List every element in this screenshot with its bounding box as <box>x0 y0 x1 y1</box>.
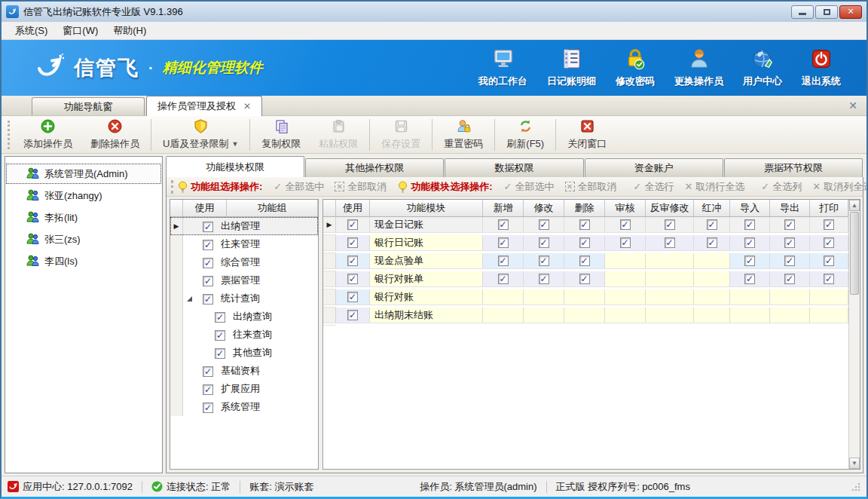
module-perm-cell-6[interactable]: ✓ <box>730 235 770 251</box>
checkbox[interactable]: ✓ <box>203 240 213 250</box>
module-perm-cell-7[interactable]: ✓ <box>770 217 810 233</box>
checkbox[interactable]: ✓ <box>498 219 509 230</box>
module-perm-cell-7[interactable]: ✓ <box>770 271 810 287</box>
tab-inactive-0[interactable]: 功能导航窗 <box>32 97 145 115</box>
module-use-cell[interactable]: ✓ <box>336 271 370 287</box>
module-row-5[interactable]: ✓出纳期末结账 <box>323 308 848 326</box>
dropdown-arrow-icon[interactable]: ▼ <box>231 140 238 148</box>
checkbox[interactable]: ✓ <box>347 237 358 248</box>
module-perm-cell-3[interactable]: ✓ <box>605 235 646 251</box>
module-perm-cell-4[interactable]: ✓ <box>646 235 694 251</box>
scroll-up-icon[interactable]: ▲ <box>849 200 860 211</box>
module-perm-cell-2[interactable]: ✓ <box>564 235 605 251</box>
group-row-3[interactable]: ✓票据管理 <box>170 271 318 289</box>
checkbox[interactable]: ✓ <box>744 256 755 266</box>
checkbox[interactable]: ✓ <box>579 219 590 230</box>
checkbox[interactable]: ✓ <box>824 256 834 266</box>
module-perm-cell-3[interactable]: ✓ <box>605 217 646 233</box>
module-perm-cell-8[interactable]: ✓ <box>810 217 848 233</box>
checkbox[interactable]: ✓ <box>707 219 717 230</box>
header-action-user-center[interactable]: 用户中心 <box>743 47 782 88</box>
module-perm-cell-1[interactable]: ✓ <box>524 253 564 269</box>
menu-item-1[interactable]: 窗口(W) <box>55 22 105 40</box>
module-perm-cell-2[interactable]: ✓ <box>564 271 605 287</box>
toolbar-button-copy[interactable]: 复制权限 <box>252 117 310 153</box>
checkbox[interactable]: ✓ <box>665 237 675 248</box>
module-perm-cell-2[interactable]: ✓ <box>564 253 605 269</box>
module-perm-cell-0[interactable]: ✓ <box>483 271 524 287</box>
module-use-cell[interactable]: ✓ <box>336 289 370 305</box>
checkbox[interactable]: ✓ <box>824 219 834 230</box>
group-row-10[interactable]: ✓系统管理 <box>170 398 318 416</box>
selection-row-button-0[interactable]: ✓全选行 <box>634 180 674 194</box>
menu-item-2[interactable]: 帮助(H) <box>105 22 154 40</box>
scrollbar-thumb[interactable] <box>850 212 859 295</box>
checkbox[interactable]: ✓ <box>620 219 631 230</box>
perm-tab-3[interactable]: 资金账户 <box>585 158 723 177</box>
header-action-password[interactable]: 修改密码 <box>616 47 655 88</box>
checkbox[interactable]: ✓ <box>579 237 590 248</box>
checkbox[interactable]: ✓ <box>579 274 590 284</box>
checkbox[interactable]: ✓ <box>539 256 549 266</box>
toolbar-button-shield[interactable]: U盾及登录限制▼ <box>154 117 247 153</box>
tab-close-icon[interactable]: ✕ <box>243 101 251 112</box>
checkbox[interactable]: ✓ <box>824 237 834 248</box>
module-perm-cell-5[interactable]: ✓ <box>694 235 730 251</box>
minimize-button[interactable] <box>791 5 814 19</box>
checkbox[interactable]: ✓ <box>579 256 590 266</box>
checkbox[interactable]: ✓ <box>784 256 795 266</box>
checkbox[interactable]: ✓ <box>744 219 755 230</box>
checkbox[interactable]: ✓ <box>498 256 509 266</box>
toolbar-button-resetpwd[interactable]: 重置密码 <box>435 117 492 153</box>
header-action-exit[interactable]: 退出系统 <box>802 47 841 88</box>
close-button[interactable]: ✕ <box>839 5 862 19</box>
checkbox[interactable]: ✓ <box>539 237 549 248</box>
operator-item-1[interactable]: 张亚(zhangy) <box>5 185 162 207</box>
selection-button-g1-0[interactable]: ✓全部选中 <box>504 180 555 194</box>
toolbar-button-closewin[interactable]: 关闭窗口 <box>558 117 616 153</box>
menu-item-0[interactable]: 系统(S) <box>8 22 55 40</box>
checkbox[interactable]: ✓ <box>347 274 358 284</box>
checkbox[interactable]: ✓ <box>203 222 213 232</box>
checkbox[interactable]: ✓ <box>784 219 795 230</box>
toolbar-button-add[interactable]: 添加操作员 <box>14 117 81 153</box>
operator-item-3[interactable]: 张三(zs) <box>5 228 162 250</box>
checkbox[interactable]: ✓ <box>620 237 631 248</box>
tabstrip-close-icon[interactable]: ✕ <box>848 99 857 112</box>
checkbox[interactable]: ✓ <box>784 274 795 284</box>
module-perm-cell-1[interactable]: ✓ <box>524 235 564 251</box>
checkbox[interactable]: ✓ <box>539 274 549 284</box>
checkbox[interactable]: ✓ <box>203 276 213 286</box>
group-row-0[interactable]: ▶✓出纳管理 <box>170 217 318 235</box>
scroll-down-icon[interactable]: ▼ <box>849 458 860 469</box>
checkbox[interactable]: ✓ <box>215 348 225 359</box>
module-perm-cell-1[interactable]: ✓ <box>524 217 564 233</box>
module-perm-cell-6[interactable]: ✓ <box>730 271 770 287</box>
checkbox[interactable]: ✓ <box>744 237 755 248</box>
selection-button-g0-1[interactable]: ✕全部取消 <box>335 180 387 194</box>
operator-item-4[interactable]: 李四(ls) <box>5 250 162 272</box>
header-action-journal[interactable]: 日记账明细 <box>547 47 596 88</box>
checkbox[interactable]: ✓ <box>784 237 795 248</box>
checkbox[interactable]: ✓ <box>215 312 225 323</box>
module-perm-cell-1[interactable]: ✓ <box>524 271 564 287</box>
checkbox[interactable]: ✓ <box>665 219 675 230</box>
module-perm-cell-6[interactable]: ✓ <box>730 253 770 269</box>
module-perm-cell-0[interactable]: ✓ <box>483 217 524 233</box>
group-row-6[interactable]: ✓往来查询 <box>170 326 318 344</box>
group-row-7[interactable]: ✓其他查询 <box>170 344 318 362</box>
module-perm-cell-8[interactable]: ✓ <box>810 235 848 251</box>
group-row-1[interactable]: ✓往来管理 <box>170 235 318 253</box>
group-row-9[interactable]: ✓扩展应用 <box>170 380 318 398</box>
group-row-2[interactable]: ✓综合管理 <box>170 253 318 271</box>
perm-tab-0[interactable]: 功能模块权限 <box>166 156 304 177</box>
checkbox[interactable]: ✓ <box>203 294 213 305</box>
module-perm-cell-7[interactable]: ✓ <box>770 253 810 269</box>
header-action-workbench[interactable]: 我的工作台 <box>478 47 527 88</box>
module-row-2[interactable]: ✓现金点验单✓✓✓✓✓✓ <box>323 253 848 271</box>
module-perm-cell-5[interactable]: ✓ <box>694 217 730 233</box>
module-use-cell[interactable]: ✓ <box>336 253 370 269</box>
tree-expander-icon[interactable] <box>187 296 192 302</box>
module-perm-cell-2[interactable]: ✓ <box>564 217 605 233</box>
module-use-cell[interactable]: ✓ <box>336 217 370 233</box>
